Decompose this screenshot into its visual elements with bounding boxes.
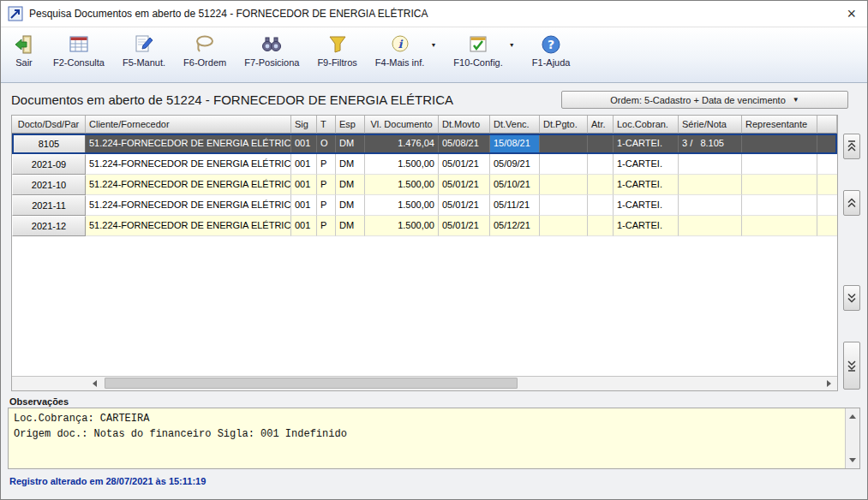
table-cell[interactable]: 3 / 8.105 [679,134,742,154]
f6-ordem-button[interactable]: F6-Ordem [180,31,230,69]
scroll-left-button[interactable] [86,377,99,390]
table-cell[interactable]: 1.500,00 [365,154,439,175]
column-header[interactable]: Dt.Venc. [490,116,540,134]
table-cell[interactable]: DM [336,175,365,195]
table-cell[interactable] [679,216,742,236]
dropdown-caret-icon[interactable]: ▼ [430,42,436,48]
table-cell[interactable]: DM [336,195,365,216]
table-cell[interactable]: 1.500,00 [365,175,439,195]
table-cell[interactable]: P [317,175,336,195]
column-header[interactable]: Docto/Dsd/Par [12,116,86,134]
column-header[interactable]: Sig [291,116,317,134]
dropdown-caret-icon[interactable]: ▼ [509,42,515,48]
table-cell[interactable] [679,195,742,216]
table-cell[interactable]: 001 [291,175,317,195]
column-header[interactable]: Dt.Pgto. [540,116,588,134]
f1-ajuda-button[interactable]: ? F1-Ajuda [529,31,574,69]
table-cell[interactable]: 51.224-FORNECEDOR DE ENERGIA ELÉTRICA [86,134,291,154]
table-cell[interactable] [742,154,817,175]
table-cell[interactable]: 2021-12 [12,216,86,236]
column-header[interactable]: Dt.Movto [439,116,490,134]
table-cell[interactable]: P [317,195,336,216]
table-cell[interactable]: 1-CARTEI. [614,195,679,216]
table-cell[interactable]: 1.500,00 [365,195,439,216]
table-cell[interactable]: 001 [291,195,317,216]
table-cell[interactable] [742,216,817,236]
table-row[interactable]: 2021-0951.224-FORNECEDOR DE ENERGIA ELÉT… [12,154,837,175]
table-cell[interactable]: 51.224-FORNECEDOR DE ENERGIA ELÉTRICA [86,195,291,216]
table-cell[interactable] [588,216,614,236]
scroll-last-button[interactable] [843,342,860,390]
table-row[interactable]: 810551.224-FORNECEDOR DE ENERGIA ELÉTRIC… [12,134,837,154]
sair-button[interactable]: Sair [9,31,39,69]
table-row[interactable]: 2021-1051.224-FORNECEDOR DE ENERGIA ELÉT… [12,175,837,195]
table-cell[interactable]: 05/10/21 [490,175,540,195]
f7-posiciona-button[interactable]: F7-Posiciona [241,31,302,69]
table-cell[interactable]: 51.224-FORNECEDOR DE ENERGIA ELÉTRICA [86,175,291,195]
column-header[interactable]: Série/Nota [679,116,742,134]
h-scroll-thumb[interactable] [105,378,518,389]
table-cell[interactable]: 2021-09 [12,154,86,175]
table-cell[interactable]: DM [336,134,365,154]
table-cell[interactable]: 001 [291,154,317,175]
table-cell[interactable]: 51.224-FORNECEDOR DE ENERGIA ELÉTRICA [86,216,291,236]
table-cell[interactable]: P [317,216,336,236]
table-cell[interactable] [588,175,614,195]
table-cell[interactable]: 8105 [12,134,86,154]
table-cell[interactable]: 05/01/21 [439,154,490,175]
table-cell[interactable]: 001 [291,134,317,154]
table-cell[interactable]: DM [336,216,365,236]
table-cell[interactable]: 1-CARTEI. [614,154,679,175]
column-header[interactable]: Representante [742,116,817,134]
table-cell[interactable] [588,154,614,175]
column-header[interactable]: Cliente/Fornecedor [86,116,291,134]
table-cell[interactable]: 1-CARTEI. [614,175,679,195]
table-cell[interactable] [540,195,588,216]
table-cell[interactable]: 05/01/21 [439,195,490,216]
table-cell[interactable]: 1.476,04 [365,134,439,154]
table-cell[interactable]: 15/08/21 [490,134,540,154]
table-cell[interactable]: 2021-11 [12,195,86,216]
column-header[interactable]: Vl. Documento [365,116,439,134]
table-cell[interactable] [588,195,614,216]
table-cell[interactable] [742,134,817,154]
table-cell[interactable] [540,175,588,195]
f5-manut-button[interactable]: F5-Manut. [119,31,169,69]
table-cell[interactable] [679,175,742,195]
observacoes-text[interactable]: Loc.Cobrança: CARTEIRA Origem doc.: Nota… [9,408,845,468]
table-cell[interactable]: 05/01/21 [439,216,490,236]
triangle-down-icon[interactable] [849,458,856,466]
table-cell[interactable]: 05/11/21 [490,195,540,216]
column-header[interactable]: T [317,116,336,134]
scroll-first-button[interactable] [843,134,860,159]
table-cell[interactable]: 05/12/21 [490,216,540,236]
table-cell[interactable]: O [317,134,336,154]
table-cell[interactable] [540,154,588,175]
table-cell[interactable]: 05/09/21 [490,154,540,175]
table-cell[interactable] [742,175,817,195]
scroll-right-button[interactable] [823,377,837,390]
table-cell[interactable] [742,195,817,216]
f10-config-button[interactable]: F10-Config. ▼ [450,31,517,69]
column-header[interactable]: Atr. [588,116,614,134]
table-cell[interactable]: 1-CARTEI. [614,134,679,154]
table-cell[interactable]: 05/01/21 [439,175,490,195]
table-cell[interactable]: P [317,154,336,175]
f9-filtros-button[interactable]: F9-Filtros [314,31,360,69]
h-scroll-track[interactable] [99,377,823,390]
table-cell[interactable] [540,216,588,236]
horizontal-scrollbar[interactable] [12,376,837,390]
table-cell[interactable]: 51.224-FORNECEDOR DE ENERGIA ELÉTRICA [86,154,291,175]
table-cell[interactable] [540,134,588,154]
order-dropdown[interactable]: Ordem: 5-Cadastro + Data de vencimento ▼ [561,91,848,109]
table-row[interactable]: 2021-1251.224-FORNECEDOR DE ENERGIA ELÉT… [12,216,837,236]
table-cell[interactable]: 1.500,00 [365,216,439,236]
f4-mais-inf-button[interactable]: i F4-Mais inf. ▼ [372,31,439,69]
scroll-page-down-button[interactable] [843,285,860,311]
table-cell[interactable]: DM [336,154,365,175]
table-cell[interactable] [679,154,742,175]
table-cell[interactable] [588,134,614,154]
close-icon[interactable]: × [844,6,859,21]
obs-vertical-scrollbar[interactable] [845,408,859,468]
triangle-up-icon[interactable] [849,411,856,419]
